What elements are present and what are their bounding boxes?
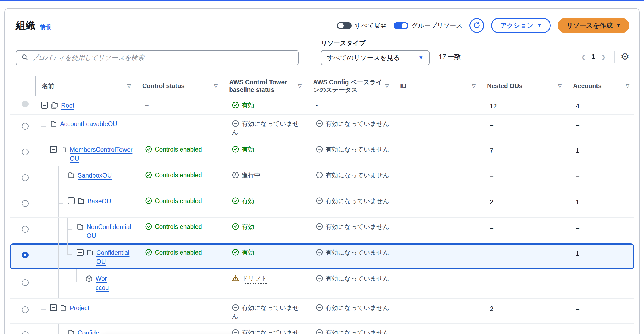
refresh-icon bbox=[473, 21, 481, 30]
search-box[interactable] bbox=[16, 50, 299, 65]
table-row: Confide有効になっていません有効になっていません–– bbox=[10, 324, 634, 334]
row-select-cell bbox=[10, 218, 35, 243]
control-status-cell bbox=[136, 324, 223, 334]
next-page-icon[interactable]: › bbox=[599, 52, 608, 62]
ou-folder-icon bbox=[68, 329, 75, 334]
ct-baseline-status-cell: 有効になっていません bbox=[223, 324, 307, 334]
resource-link[interactable]: SandboxOU bbox=[78, 171, 112, 180]
tree-guide-line bbox=[67, 218, 68, 243]
tree-guide-line bbox=[41, 269, 41, 298]
ou-folder-icon bbox=[77, 223, 84, 233]
collapse-expander-button[interactable] bbox=[50, 146, 57, 153]
table-row: Root–有効-124 bbox=[10, 96, 634, 115]
name-cell: Confide bbox=[35, 324, 136, 334]
row-select-cell bbox=[10, 140, 35, 166]
group-resources-toggle[interactable] bbox=[394, 22, 408, 29]
accounts-cell: 1 bbox=[567, 192, 634, 217]
row-select-cell bbox=[10, 243, 35, 269]
accounts-cell: – bbox=[567, 166, 634, 192]
resource-link[interactable]: MembersControlTowerOU bbox=[70, 145, 133, 163]
row-radio[interactable] bbox=[22, 279, 29, 286]
resource-link[interactable]: AccountLeavableOU bbox=[60, 120, 117, 129]
sort-icon[interactable]: ▽ bbox=[558, 82, 562, 90]
sort-icon[interactable]: ▽ bbox=[385, 82, 389, 90]
accounts-cell: 4 bbox=[567, 96, 634, 114]
accounts-cell: – bbox=[567, 324, 634, 334]
row-radio[interactable] bbox=[22, 123, 29, 130]
ou-folder-icon bbox=[86, 249, 94, 258]
sort-icon[interactable]: ▽ bbox=[626, 82, 629, 90]
resource-link[interactable]: Project bbox=[70, 304, 89, 313]
nested-ous-cell: – bbox=[481, 115, 567, 140]
table-row: MembersControlTowerOUControls enabled有効有… bbox=[10, 140, 634, 166]
row-radio[interactable] bbox=[22, 174, 29, 181]
row-select-cell bbox=[10, 324, 35, 334]
resource-type-select[interactable]: すべてのリソースを見る ▼ bbox=[321, 50, 430, 65]
toggle-knob bbox=[338, 23, 344, 28]
name-cell: BaseOU bbox=[35, 192, 136, 217]
resource-link[interactable]: ConfidentialOU bbox=[96, 248, 133, 266]
id-cell bbox=[394, 324, 481, 334]
search-input[interactable] bbox=[31, 54, 293, 62]
column-header-nested-ous: Nested OUs▽ bbox=[481, 76, 567, 96]
create-resource-button[interactable]: リソースを作成 ▼ bbox=[558, 18, 629, 33]
collapse-expander-button[interactable] bbox=[77, 249, 84, 256]
row-radio[interactable] bbox=[22, 149, 29, 155]
prev-page-icon[interactable]: ‹ bbox=[579, 52, 588, 62]
row-radio[interactable] bbox=[22, 200, 29, 207]
row-radio[interactable] bbox=[22, 331, 29, 334]
sort-icon[interactable]: ▽ bbox=[127, 82, 131, 90]
sort-icon[interactable]: ▽ bbox=[298, 82, 302, 90]
tree-branch-line bbox=[67, 229, 72, 230]
drift-status-link[interactable]: ドリフト bbox=[242, 275, 267, 284]
table-row: ConfidentialOUControls enabled有効有効になっていま… bbox=[10, 243, 634, 269]
nested-ous-cell: – bbox=[481, 218, 567, 243]
row-radio[interactable] bbox=[22, 252, 29, 258]
name-cell: ConfidentialOU bbox=[35, 243, 136, 269]
resource-link[interactable]: Confide bbox=[78, 329, 99, 334]
actions-button-label: アクション bbox=[500, 21, 533, 30]
resource-type-label: リソースタイプ bbox=[321, 39, 430, 47]
ct-baseline-status-cell: 有効 bbox=[223, 218, 307, 243]
config-baseline-status-cell: 有効になっていません bbox=[307, 140, 394, 166]
config-baseline-status-cell: 有効になっていません bbox=[307, 115, 394, 140]
control-status-cell: – bbox=[136, 115, 223, 140]
resources-table: 名前▽ Control status▽ AWS Control Tower ba… bbox=[5, 76, 639, 334]
ct-baseline-status-cell: 進行中 bbox=[223, 166, 307, 192]
resource-link[interactable]: BaseOU bbox=[87, 197, 111, 206]
id-cell bbox=[394, 96, 481, 114]
row-radio[interactable] bbox=[22, 226, 29, 233]
id-cell bbox=[394, 166, 481, 192]
name-cell: AccountLeavableOU bbox=[35, 115, 136, 140]
accounts-cell: – bbox=[567, 218, 634, 243]
collapse-expander-button[interactable] bbox=[68, 197, 75, 204]
gear-icon[interactable]: ⚙ bbox=[621, 52, 629, 62]
actions-button[interactable]: アクション ▼ bbox=[491, 18, 551, 33]
tree-elbow-line bbox=[67, 243, 72, 255]
row-radio[interactable] bbox=[22, 306, 29, 313]
sort-icon[interactable]: ▽ bbox=[472, 82, 476, 90]
nested-ous-cell: – bbox=[481, 243, 567, 269]
chevron-down-icon: ▼ bbox=[418, 55, 424, 61]
resource-link[interactable]: Worccou bbox=[96, 274, 109, 292]
table-body: Root–有効-124 AccountLeavableOU–有効になっていません… bbox=[10, 96, 634, 334]
collapse-expander-button[interactable] bbox=[50, 304, 57, 311]
accounts-cell: 1 bbox=[567, 243, 634, 269]
current-page[interactable]: 1 bbox=[589, 53, 597, 60]
id-cell bbox=[394, 269, 481, 298]
ct-baseline-status-cell: 有効になっていません bbox=[223, 299, 307, 323]
ct-baseline-status-cell: 有効 bbox=[223, 96, 307, 114]
resource-link[interactable]: Root bbox=[61, 101, 74, 110]
nested-ous-cell: 2 bbox=[481, 192, 567, 217]
resource-link[interactable]: NonConfidentialOU bbox=[87, 223, 133, 240]
ct-baseline-status-cell: 有効になっていません bbox=[223, 115, 307, 140]
collapse-expander-button[interactable] bbox=[41, 102, 48, 109]
info-link[interactable]: 情報 bbox=[40, 23, 51, 31]
sort-icon[interactable]: ▽ bbox=[214, 82, 218, 90]
table-row: SandboxOUControls enabled進行中有効になっていません–– bbox=[10, 166, 634, 192]
tree-guide-line bbox=[41, 140, 41, 166]
refresh-button[interactable] bbox=[469, 18, 484, 33]
expand-all-toggle[interactable] bbox=[337, 22, 352, 29]
match-count: 17 一致 bbox=[439, 53, 461, 61]
row-radio bbox=[22, 101, 29, 107]
